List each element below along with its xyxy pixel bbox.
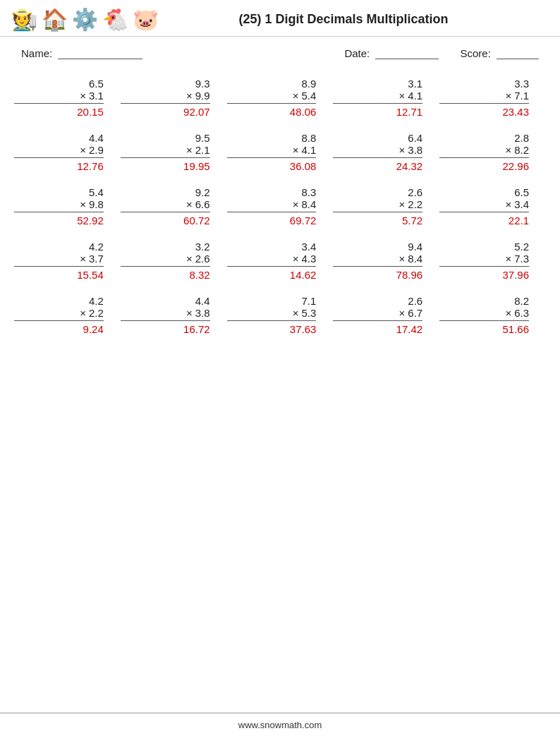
multiply-sign: × <box>293 144 299 156</box>
problem-answer: 60.72 <box>183 215 210 226</box>
problem-answer: 36.08 <box>290 160 317 172</box>
problem-divider <box>14 266 104 267</box>
multiply-sign: × <box>505 307 511 319</box>
problem-answer: 52.92 <box>77 215 104 226</box>
problem-num2-row: ×7.1 <box>505 90 529 102</box>
multiply-sign: × <box>293 253 299 265</box>
problem-num1: 4.2 <box>89 241 104 253</box>
problem-21: 4.2×2.29.24 <box>14 291 121 345</box>
problem-divider <box>227 212 317 212</box>
problem-num2-row: ×2.1 <box>186 144 210 156</box>
problem-num2-row: ×3.8 <box>186 307 210 319</box>
multiply-sign: × <box>505 198 511 210</box>
problem-num1: 9.5 <box>195 132 210 144</box>
problem-num2-row: ×3.1 <box>80 90 104 102</box>
name-line <box>58 47 142 59</box>
problem-num2-row: ×2.9 <box>80 144 104 156</box>
problem-num1: 9.4 <box>408 241 422 253</box>
multiply-sign: × <box>399 198 406 210</box>
problem-num2: 7.1 <box>514 90 529 102</box>
problem-answer: 14.62 <box>290 269 317 281</box>
problem-divider <box>439 157 529 158</box>
problem-num2: 5.4 <box>302 90 317 102</box>
problem-num2: 2.2 <box>408 198 422 210</box>
multiply-sign: × <box>186 90 193 102</box>
problem-divider <box>121 266 210 267</box>
problem-num1: 8.3 <box>302 186 317 198</box>
problem-num1: 7.1 <box>302 295 317 307</box>
problem-num2-row: ×6.3 <box>505 307 529 319</box>
problem-num1: 5.2 <box>514 241 529 253</box>
problem-num1: 9.3 <box>195 78 210 90</box>
problem-divider <box>333 266 422 267</box>
problem-divider <box>439 212 529 212</box>
problem-answer: 92.07 <box>183 106 210 118</box>
problem-13: 8.3×8.469.72 <box>227 182 334 236</box>
problem-num2: 2.2 <box>89 307 104 319</box>
problem-num2: 3.4 <box>514 198 529 210</box>
header-icons: 🧑‍🌾 🏠 ⚙️ 🐔 🐷 <box>11 7 138 32</box>
problem-num1: 3.2 <box>195 241 210 253</box>
date-label: Date: <box>344 47 439 59</box>
problem-divider <box>14 103 104 104</box>
multiply-sign: × <box>80 144 86 156</box>
multiply-sign: × <box>186 253 193 265</box>
problem-18: 3.4×4.314.62 <box>227 236 334 291</box>
multiply-sign: × <box>80 198 86 210</box>
page-header: 🧑‍🌾 🏠 ⚙️ 🐔 🐷 (25) 1 Digit Decimals Multi… <box>0 0 560 37</box>
problem-answer: 8.32 <box>189 269 209 281</box>
multiply-sign: × <box>293 307 299 319</box>
problem-num2: 3.7 <box>89 253 104 265</box>
problem-answer: 12.71 <box>396 106 423 118</box>
problem-num2: 2.6 <box>195 253 210 265</box>
problem-num1: 6.5 <box>89 78 104 90</box>
problem-15: 6.5×3.422.1 <box>439 182 546 236</box>
problem-10: 2.8×8.222.96 <box>439 128 546 182</box>
problem-divider <box>14 212 104 212</box>
problem-6: 4.4×2.912.76 <box>14 128 121 182</box>
page-footer: www.snowmath.com <box>0 713 560 730</box>
problem-num2-row: ×4.1 <box>293 144 317 156</box>
problem-answer: 37.63 <box>290 323 317 335</box>
problem-num1: 8.2 <box>514 295 529 307</box>
multiply-sign: × <box>186 198 193 210</box>
problem-16: 4.2×3.715.54 <box>14 236 121 291</box>
problem-num2: 8.4 <box>408 253 422 265</box>
problem-14: 2.6×2.25.72 <box>333 182 439 236</box>
multiply-sign: × <box>80 253 86 265</box>
problem-num1: 2.6 <box>408 295 422 307</box>
multiply-sign: × <box>399 90 406 102</box>
problem-num2: 3.8 <box>195 307 210 319</box>
problem-divider <box>121 320 210 321</box>
problem-divider <box>14 157 104 158</box>
problem-12: 9.2×6.660.72 <box>121 182 227 236</box>
problem-num2-row: ×5.4 <box>293 90 317 102</box>
problem-divider <box>333 320 422 321</box>
problem-num1: 4.2 <box>89 295 104 307</box>
problem-11: 5.4×9.852.92 <box>14 182 121 236</box>
problem-num2-row: ×8.4 <box>293 198 317 210</box>
problem-num2-row: ×3.8 <box>399 144 423 156</box>
problem-num2-row: ×2.2 <box>399 198 423 210</box>
multiply-sign: × <box>293 198 299 210</box>
problem-answer: 16.72 <box>183 323 210 335</box>
problem-num1: 2.6 <box>408 186 422 198</box>
problem-num2-row: ×5.3 <box>293 307 317 319</box>
problem-num1: 6.4 <box>408 132 422 144</box>
problem-19: 9.4×8.478.96 <box>333 236 439 291</box>
problem-num1: 3.3 <box>514 78 529 90</box>
multiply-sign: × <box>186 144 193 156</box>
multiply-sign: × <box>186 307 193 319</box>
problem-divider <box>14 320 104 321</box>
problem-answer: 51.66 <box>502 323 529 335</box>
problem-8: 8.8×4.136.08 <box>227 128 334 182</box>
problem-num2: 8.2 <box>514 144 529 156</box>
multiply-sign: × <box>505 144 511 156</box>
problem-num1: 8.8 <box>302 132 317 144</box>
problem-answer: 37.96 <box>502 269 529 281</box>
problem-22: 4.4×3.816.72 <box>121 291 227 345</box>
score-label: Score: <box>460 47 539 59</box>
problem-num2-row: ×8.4 <box>399 253 423 265</box>
problem-num2: 2.1 <box>195 144 210 156</box>
problem-divider <box>333 103 422 104</box>
